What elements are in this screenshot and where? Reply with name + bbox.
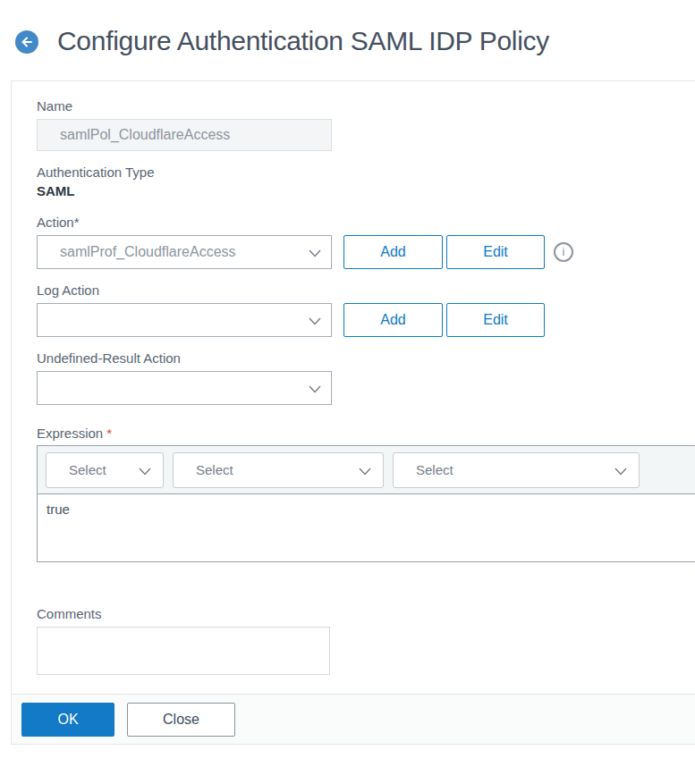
expression-select-2-value: Select: [174, 462, 233, 477]
chevron-down-icon: [308, 314, 322, 328]
comments-label: Comments: [37, 606, 695, 622]
back-button[interactable]: [15, 30, 38, 54]
name-label: Name: [37, 98, 695, 114]
expression-select-3[interactable]: Select: [393, 452, 640, 488]
form-panel: Name samlPol_CloudflareAccess Authentica…: [11, 80, 695, 745]
auth-type-value: SAML: [37, 182, 695, 200]
action-dropdown-value: samlProf_CloudflareAccess: [38, 244, 267, 259]
form-footer: OK Close: [12, 694, 695, 744]
log-action-label: Log Action: [37, 282, 695, 299]
log-action-edit-button[interactable]: Edit: [446, 303, 545, 337]
expression-label-text: Expression: [37, 426, 103, 441]
ok-button[interactable]: OK: [21, 703, 114, 737]
expression-input[interactable]: true: [38, 494, 695, 561]
action-add-button[interactable]: Add: [343, 235, 443, 269]
expression-select-3-value: Select: [394, 462, 453, 477]
comments-input[interactable]: [37, 627, 330, 675]
expression-editor: Select Select Select: [37, 445, 695, 562]
page-title: Configure Authentication SAML IDP Policy: [57, 26, 549, 56]
expression-label: Expression*: [37, 426, 695, 442]
required-marker: *: [106, 426, 112, 441]
chevron-down-icon: [308, 382, 322, 396]
undefined-result-action-label: Undefined-Result Action: [37, 350, 695, 367]
action-edit-button[interactable]: Edit: [446, 235, 545, 269]
close-button[interactable]: Close: [127, 703, 235, 737]
undefined-result-action-dropdown[interactable]: [37, 371, 332, 405]
expression-select-2[interactable]: Select: [173, 452, 384, 488]
info-icon[interactable]: i: [554, 242, 573, 262]
log-action-dropdown-value: [38, 312, 90, 327]
chevron-down-icon: [358, 464, 372, 478]
chevron-down-icon: [308, 246, 322, 260]
log-action-dropdown[interactable]: [37, 303, 332, 337]
name-input: samlPol_CloudflareAccess: [37, 119, 332, 151]
undefined-result-action-dropdown-value: [38, 380, 90, 395]
page-header: Configure Authentication SAML IDP Policy: [0, 0, 695, 80]
expression-select-1-value: Select: [47, 462, 106, 477]
action-dropdown[interactable]: samlProf_CloudflareAccess: [37, 235, 332, 269]
arrow-left-icon: [20, 35, 34, 49]
expression-select-1[interactable]: Select: [46, 452, 164, 488]
chevron-down-icon: [614, 464, 628, 478]
expression-toolbar: Select Select Select: [38, 446, 695, 494]
auth-type-label: Authentication Type: [37, 164, 695, 181]
chevron-down-icon: [138, 464, 152, 478]
action-label: Action*: [37, 215, 695, 231]
log-action-add-button[interactable]: Add: [343, 303, 443, 337]
